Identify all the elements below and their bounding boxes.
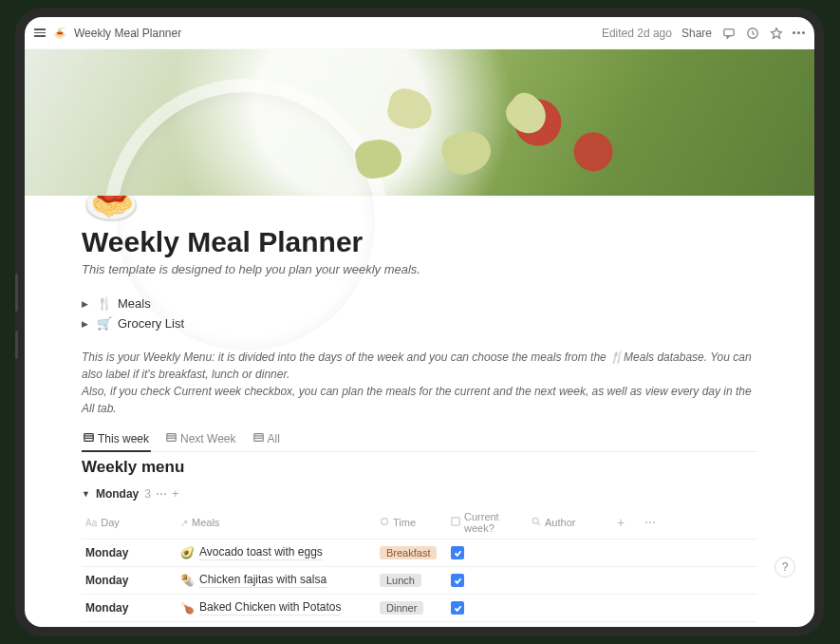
- svg-rect-2: [84, 434, 93, 442]
- meal-name: Avocado toast with eggs: [199, 545, 323, 560]
- cell-time[interactable]: Dinner: [376, 595, 447, 621]
- checkbox-checked[interactable]: [451, 546, 464, 559]
- column-header-author[interactable]: Author: [528, 506, 613, 539]
- database-title[interactable]: Weekly menu: [82, 458, 757, 477]
- checkbox-checked[interactable]: [451, 574, 464, 587]
- page-title[interactable]: Weekly Meal Planner: [82, 226, 757, 258]
- group-add-button[interactable]: +: [172, 486, 179, 501]
- group-count: 3: [144, 487, 151, 501]
- chevron-down-icon[interactable]: ▼: [82, 489, 90, 499]
- cell-time[interactable]: Lunch: [376, 567, 447, 594]
- svg-rect-12: [452, 518, 459, 525]
- page-emoji[interactable]: 🍝: [82, 196, 135, 222]
- cell-meal[interactable]: 🥑 Avocado toast with eggs: [177, 540, 376, 566]
- breadcrumb-title[interactable]: Weekly Meal Planner: [74, 27, 181, 40]
- tab-this-week[interactable]: This week: [82, 428, 151, 451]
- cell-meal[interactable]: 🌯 Chicken fajitas with salsa: [177, 567, 376, 594]
- toggle-emoji: 🍴: [97, 296, 112, 311]
- svg-line-14: [538, 523, 541, 526]
- cell-author[interactable]: [528, 567, 613, 594]
- table-row[interactable]: Monday 🍗 Baked Chicken with Potatos Dinn…: [82, 595, 757, 622]
- table-header-row: AaDay ↗Meals Time Current week? Author +: [82, 506, 757, 540]
- list-view-icon: [166, 432, 177, 445]
- cover-image[interactable]: [25, 49, 814, 196]
- column-header-meals[interactable]: ↗Meals: [177, 506, 376, 539]
- tab-label: All: [268, 432, 280, 445]
- toggle-item-grocery-list[interactable]: ▶ 🛒 Grocery List: [82, 313, 757, 333]
- favorite-star-icon[interactable]: [769, 26, 783, 40]
- time-tag: Dinner: [380, 601, 423, 615]
- time-tag: Lunch: [380, 574, 421, 587]
- help-button[interactable]: ?: [775, 557, 795, 578]
- add-row-button[interactable]: +New: [82, 622, 757, 627]
- cell-author[interactable]: [528, 540, 613, 566]
- chevron-right-icon: ▶: [82, 319, 91, 329]
- group-more-icon[interactable]: [157, 493, 166, 495]
- time-tag: Breakfast: [380, 546, 437, 559]
- cell-day[interactable]: Monday: [82, 567, 177, 594]
- relation-icon: ↗: [180, 518, 188, 528]
- cell-current-week[interactable]: [447, 595, 528, 621]
- column-header-current-week[interactable]: Current week?: [447, 506, 528, 539]
- svg-rect-8: [253, 434, 262, 442]
- group-header-monday: ▼ Monday 3 +: [82, 486, 757, 501]
- toggle-label: Grocery List: [118, 316, 184, 331]
- description-text[interactable]: This is your Weekly Menu: it is divided …: [82, 349, 757, 417]
- updates-icon[interactable]: [745, 26, 759, 40]
- table-row[interactable]: Monday 🥑 Avocado toast with eggs Breakfa…: [82, 540, 757, 567]
- list-view-icon: [253, 432, 264, 445]
- meal-emoji: 🍗: [180, 601, 195, 615]
- group-name[interactable]: Monday: [96, 487, 139, 501]
- meal-name: Chicken fajitas with salsa: [199, 573, 327, 588]
- tab-label: Next Week: [180, 432, 235, 445]
- doc-emoji: 🍝: [53, 27, 66, 39]
- svg-point-11: [382, 519, 388, 525]
- checkbox-icon: [451, 517, 460, 528]
- cell-time[interactable]: Breakfast: [376, 540, 447, 566]
- comments-icon[interactable]: [721, 26, 736, 40]
- tab-all[interactable]: All: [252, 428, 282, 451]
- checkbox-checked[interactable]: [451, 601, 464, 615]
- svg-point-13: [532, 518, 538, 523]
- edited-timestamp: Edited 2d ago: [602, 27, 672, 40]
- column-header-time[interactable]: Time: [376, 506, 447, 539]
- add-column-button[interactable]: +: [613, 506, 642, 539]
- cell-current-week[interactable]: [447, 540, 528, 566]
- table-row[interactable]: Monday 🌯 Chicken fajitas with salsa Lunc…: [82, 567, 757, 595]
- select-icon: [380, 517, 389, 528]
- cell-meal[interactable]: 🍗 Baked Chicken with Potatos: [177, 595, 376, 621]
- topbar: 🍝 Weekly Meal Planner Edited 2d ago Shar…: [25, 17, 814, 49]
- tab-label: This week: [98, 432, 149, 445]
- cell-day[interactable]: Monday: [82, 540, 177, 566]
- text-type-icon: Aa: [85, 518, 97, 528]
- toggle-emoji: 🛒: [97, 316, 112, 331]
- chevron-right-icon: ▶: [82, 299, 91, 309]
- cell-author[interactable]: [528, 595, 613, 621]
- svg-rect-0: [723, 28, 734, 35]
- column-options-button[interactable]: [642, 506, 670, 539]
- hamburger-menu-icon[interactable]: [34, 28, 46, 37]
- database-tabs: This weekNext WeekAll: [82, 428, 757, 452]
- svg-rect-5: [167, 434, 176, 442]
- share-button[interactable]: Share: [681, 27, 712, 40]
- page-intro[interactable]: This template is designed to help you pl…: [82, 262, 757, 276]
- meal-emoji: 🥑: [180, 546, 195, 559]
- meal-name: Baked Chicken with Potatos: [199, 600, 341, 616]
- more-menu-icon[interactable]: [793, 31, 805, 34]
- cell-current-week[interactable]: [447, 567, 528, 594]
- toggle-list: ▶ 🍴 Meals▶ 🛒 Grocery List: [82, 294, 757, 333]
- list-view-icon: [84, 432, 94, 445]
- search-icon: [532, 517, 541, 528]
- tab-next-week[interactable]: Next Week: [164, 428, 237, 451]
- meal-emoji: 🌯: [180, 574, 195, 587]
- cell-day[interactable]: Monday: [82, 595, 177, 621]
- toggle-item-meals[interactable]: ▶ 🍴 Meals: [82, 294, 757, 313]
- column-header-day[interactable]: AaDay: [82, 506, 177, 539]
- toggle-label: Meals: [118, 296, 151, 311]
